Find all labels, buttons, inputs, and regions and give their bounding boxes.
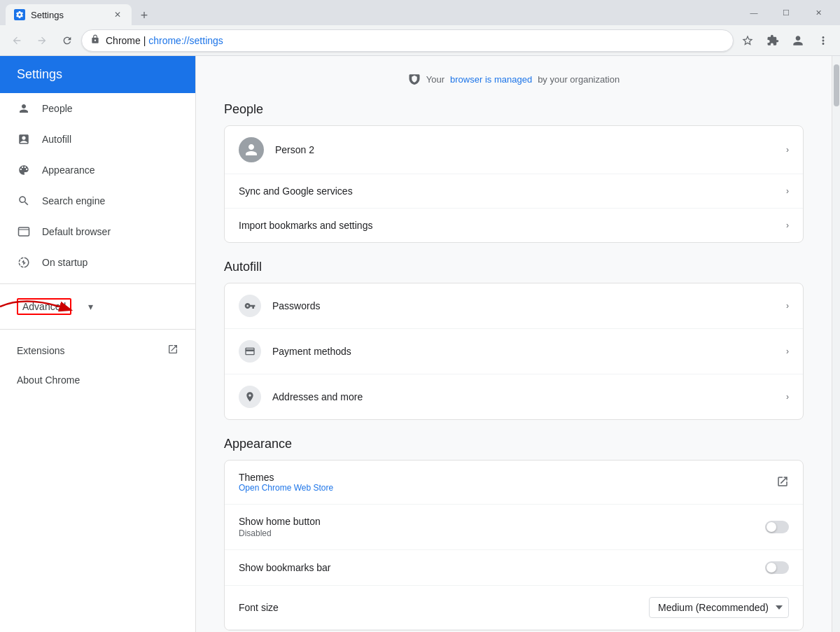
- people-card: Person 2 › Sync and Google services › Im…: [224, 125, 804, 243]
- addresses-chevron-icon: ›: [786, 392, 789, 402]
- profile-avatar-button[interactable]: [787, 29, 809, 52]
- sidebar-item-autofill[interactable]: Autofill: [0, 124, 195, 155]
- appearance-card: Themes Open Chrome Web Store Show home b…: [224, 460, 804, 631]
- address-bar[interactable]: Chrome | chrome://settings: [81, 29, 734, 52]
- person-icon: [17, 101, 31, 115]
- back-button[interactable]: [6, 29, 28, 52]
- addresses-content: Addresses and more: [272, 391, 775, 402]
- show-home-button-content: Show home button Disabled: [239, 516, 765, 538]
- tab-close-button[interactable]: ✕: [112, 9, 123, 20]
- search-engine-icon: [17, 194, 31, 208]
- sidebar-search-engine-label: Search engine: [42, 195, 178, 206]
- sidebar-item-default-browser[interactable]: Default browser: [0, 216, 195, 247]
- sidebar-item-appearance[interactable]: Appearance: [0, 155, 195, 185]
- advanced-chevron-icon: ▾: [88, 301, 93, 312]
- on-startup-icon: [17, 255, 31, 269]
- sidebar-item-extensions[interactable]: Extensions: [0, 335, 195, 366]
- show-bookmarks-bar-toggle[interactable]: [765, 561, 789, 574]
- payment-content: Payment methods: [272, 346, 775, 357]
- sidebar-item-search-engine[interactable]: Search engine: [0, 185, 195, 216]
- new-tab-button[interactable]: +: [134, 6, 154, 25]
- managed-banner: Your browser is managed by your organiza…: [224, 73, 804, 85]
- credit-card-icon: [239, 340, 261, 363]
- sidebar-item-on-startup[interactable]: On startup: [0, 247, 195, 278]
- autofill-icon: [17, 132, 31, 146]
- scrollbar-thumb[interactable]: [834, 64, 839, 106]
- window-controls: — ☐ ✕: [738, 2, 834, 23]
- maximize-button[interactable]: ☐: [770, 2, 802, 23]
- settings-tab[interactable]: Settings ✕: [6, 4, 132, 25]
- sync-title: Sync and Google services: [239, 185, 775, 197]
- sidebar-header: Settings: [0, 56, 195, 93]
- main-area: Settings People Autofill Appearance: [0, 56, 840, 632]
- scrollbar[interactable]: [832, 56, 840, 632]
- font-size-content: Font size: [239, 602, 649, 613]
- managed-icon: [408, 73, 421, 85]
- import-chevron-icon: ›: [786, 220, 789, 230]
- themes-subtitle[interactable]: Open Chrome Web Store: [239, 483, 776, 493]
- show-bookmarks-bar-row: Show bookmarks bar: [225, 550, 803, 586]
- forward-button[interactable]: [31, 29, 53, 52]
- themes-row: Themes Open Chrome Web Store: [225, 461, 803, 505]
- title-bar: Settings ✕ + — ☐ ✕: [0, 0, 840, 25]
- extensions-label: Extensions: [17, 345, 156, 356]
- more-menu-button[interactable]: [812, 29, 834, 52]
- sidebar-divider-2: [0, 329, 195, 330]
- import-row[interactable]: Import bookmarks and settings ›: [225, 209, 803, 242]
- location-pin-icon: [239, 386, 261, 408]
- person-avatar: [239, 137, 264, 162]
- default-browser-icon: [17, 225, 31, 239]
- import-content: Import bookmarks and settings: [239, 220, 775, 231]
- appearance-section-title: Appearance: [224, 437, 804, 451]
- autofill-section-title: Autofill: [224, 260, 804, 274]
- people-section-title: People: [224, 102, 804, 117]
- payment-chevron-icon: ›: [786, 346, 789, 356]
- close-button[interactable]: ✕: [802, 2, 834, 23]
- toolbar: Chrome | chrome://settings: [0, 25, 840, 56]
- sidebar-item-about-chrome[interactable]: About Chrome: [0, 366, 195, 394]
- bookmark-star-button[interactable]: [736, 29, 759, 52]
- addresses-title: Addresses and more: [272, 391, 775, 402]
- extension-puzzle-button[interactable]: [762, 29, 784, 52]
- advanced-section-wrapper: Advanced ▾: [0, 290, 195, 323]
- passwords-row[interactable]: Passwords ›: [225, 283, 803, 329]
- sync-row[interactable]: Sync and Google services ›: [225, 174, 803, 209]
- themes-external-link-icon[interactable]: [776, 475, 789, 490]
- tab-strip: Settings ✕ +: [6, 0, 732, 25]
- about-chrome-label: About Chrome: [17, 374, 178, 386]
- lock-icon: [90, 34, 100, 46]
- show-home-button-subtitle: Disabled: [239, 528, 765, 538]
- extensions-external-icon: [167, 344, 178, 358]
- minimize-button[interactable]: —: [738, 2, 770, 23]
- show-bookmarks-bar-content: Show bookmarks bar: [239, 562, 765, 573]
- person-row[interactable]: Person 2 ›: [225, 126, 803, 174]
- sidebar-appearance-label: Appearance: [42, 164, 178, 176]
- toolbar-right: [736, 29, 834, 52]
- themes-content: Themes Open Chrome Web Store: [239, 472, 776, 493]
- sidebar-on-startup-label: On startup: [42, 257, 178, 268]
- reload-button[interactable]: [56, 29, 78, 52]
- person-name: Person 2: [275, 144, 775, 155]
- sidebar-autofill-label: Autofill: [42, 134, 178, 145]
- managed-text-after: by your organization: [538, 74, 620, 85]
- appearance-icon: [17, 163, 31, 177]
- browser-window: Settings ✕ + — ☐ ✕ Chrome | chrome://set: [0, 0, 840, 632]
- person-chevron-icon: ›: [786, 145, 789, 155]
- sidebar-divider-1: [0, 283, 195, 284]
- tab-favicon-icon: [14, 9, 25, 20]
- advanced-label: Advanced: [22, 301, 66, 312]
- managed-link[interactable]: browser is managed: [450, 74, 532, 85]
- key-icon: [239, 295, 261, 317]
- sidebar-title: Settings: [17, 67, 62, 81]
- sync-chevron-icon: ›: [786, 186, 789, 196]
- font-size-select[interactable]: Very small Small Medium (Recommended) La…: [649, 597, 789, 618]
- show-home-button-toggle-thumb: [766, 522, 776, 532]
- autofill-card: Passwords › Payment methods ›: [224, 283, 804, 420]
- advanced-header[interactable]: Advanced ▾: [0, 290, 195, 323]
- show-home-button-toggle[interactable]: [765, 521, 789, 533]
- person-content: Person 2: [275, 144, 775, 155]
- payment-methods-row[interactable]: Payment methods ›: [225, 329, 803, 374]
- addresses-row[interactable]: Addresses and more ›: [225, 374, 803, 419]
- show-bookmarks-bar-toggle-thumb: [766, 563, 776, 573]
- sidebar-item-people[interactable]: People: [0, 93, 195, 124]
